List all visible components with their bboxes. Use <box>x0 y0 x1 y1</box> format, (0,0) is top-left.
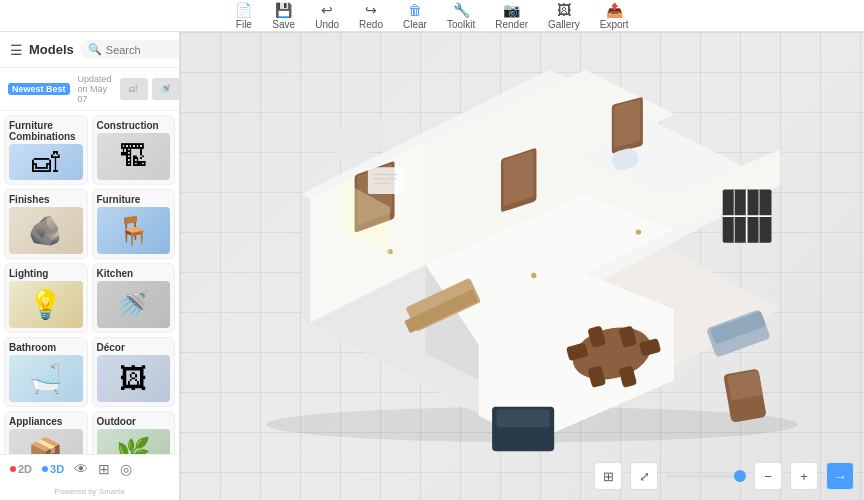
cat-label-kitchen: Kitchen <box>97 268 134 279</box>
fullscreen-btn[interactable]: ⤢ <box>630 462 658 490</box>
zoom-in-btn[interactable]: + <box>790 462 818 490</box>
toolbar-file[interactable]: 📄File <box>235 2 252 30</box>
menu-icon[interactable]: ☰ <box>10 42 23 58</box>
cat-label-finishes: Finishes <box>9 194 50 205</box>
featured-subtitle: Updated on May 07 <box>78 74 112 104</box>
eye-icon[interactable]: 👁 <box>74 461 88 477</box>
view-2d-btn[interactable]: 2D <box>10 463 32 475</box>
sidebar-header: ☰ Models 🔍 📷 <box>0 32 179 68</box>
zoom-out-btn[interactable]: − <box>754 462 782 490</box>
toolbar-clear[interactable]: 🗑Clear <box>403 2 427 30</box>
clear-icon: 🗑 <box>408 2 422 18</box>
search-icon: 🔍 <box>88 43 102 56</box>
category-bathroom[interactable]: Bathroom 🛁 <box>4 337 88 407</box>
cat-img-construction: 🏗 <box>97 133 171 180</box>
featured-thumbs: 🛋 🚿 🪑 <box>120 78 180 100</box>
2d-dot <box>10 466 16 472</box>
cat-label-appliances: Appliances <box>9 416 62 427</box>
featured-badge: Newest Best <box>8 83 70 95</box>
thumb-2: 🚿 <box>152 78 180 100</box>
category-decor[interactable]: Décor 🖼 <box>92 337 176 407</box>
sidebar-title: Models <box>29 42 74 57</box>
bottom-right-controls: ⊞ ⤢ − + → <box>594 462 854 490</box>
toolbar-gallery[interactable]: 🖼Gallery <box>548 2 580 30</box>
view-3d-label: 3D <box>50 463 64 475</box>
thumb-1: 🛋 <box>120 78 148 100</box>
category-outdoor[interactable]: Outdoor 🌿 <box>92 411 176 454</box>
zoom-slider[interactable] <box>666 474 746 478</box>
file-icon: 📄 <box>235 2 252 18</box>
cat-img-finishes: 🪨 <box>9 207 83 254</box>
cat-label-bathroom: Bathroom <box>9 342 56 353</box>
category-furniture-combinations[interactable]: Furniture Combinations 🛋 <box>4 115 88 185</box>
category-construction[interactable]: Construction 🏗 <box>92 115 176 185</box>
toolkit-icon: 🔧 <box>453 2 470 18</box>
toolbar-render[interactable]: 📷Render <box>495 2 528 30</box>
cat-img-lighting: 💡 <box>9 281 83 328</box>
cat-label-construction: Construction <box>97 120 159 131</box>
toolbar-toolkit[interactable]: 🔧Toolkit <box>447 2 475 30</box>
view-2d-label: 2D <box>18 463 32 475</box>
svg-rect-42 <box>368 167 403 194</box>
category-lighting[interactable]: Lighting 💡 <box>4 263 88 333</box>
toolbar-undo[interactable]: ↩Undo <box>315 2 339 30</box>
export-icon: 📤 <box>606 2 623 18</box>
cat-label-furniture-combinations: Furniture Combinations <box>9 120 83 142</box>
toolbar-save[interactable]: 💾Save <box>272 2 295 30</box>
render-icon: 📷 <box>503 2 520 18</box>
cat-label-lighting: Lighting <box>9 268 48 279</box>
3d-dot <box>42 466 48 472</box>
category-finishes[interactable]: Finishes 🪨 <box>4 189 88 259</box>
categories-grid: Furniture Combinations 🛋 Construction 🏗 … <box>0 111 179 454</box>
category-appliances[interactable]: Appliances 📦 <box>4 411 88 454</box>
floorplan <box>210 52 854 460</box>
featured-info: Updated on May 07 <box>78 74 112 104</box>
svg-point-29 <box>531 273 536 278</box>
sidebar: ☰ Models 🔍 📷 Newest Best Updated on May … <box>0 32 180 500</box>
compass-icon[interactable]: ◎ <box>120 461 132 477</box>
cat-img-furniture: 🪑 <box>97 207 171 254</box>
view-controls: 2D 3D 👁 ⊞ ◎ <box>0 454 179 483</box>
svg-rect-28 <box>504 150 534 206</box>
toolbar: 📄File💾Save↩Undo↪Redo🗑Clear🔧Toolkit📷Rende… <box>0 0 864 32</box>
svg-rect-40 <box>497 409 550 427</box>
category-kitchen[interactable]: Kitchen 🚿 <box>92 263 176 333</box>
zoom-thumb <box>734 470 746 482</box>
cat-img-decor: 🖼 <box>97 355 171 402</box>
undo-icon: ↩ <box>321 2 333 18</box>
svg-rect-37 <box>337 118 381 161</box>
save-icon: 💾 <box>275 2 292 18</box>
layers-icon[interactable]: ⊞ <box>98 461 110 477</box>
main-area: ☰ Models 🔍 📷 Newest Best Updated on May … <box>0 32 864 500</box>
category-furniture[interactable]: Furniture 🪑 <box>92 189 176 259</box>
search-input[interactable] <box>106 44 176 56</box>
view-3d-btn[interactable]: 3D <box>42 463 64 475</box>
footer-text: Powered by Smarta <box>54 487 124 496</box>
gallery-icon: 🖼 <box>557 2 571 18</box>
cat-img-outdoor: 🌿 <box>97 429 171 454</box>
canvas-area[interactable]: ⊞ ⤢ − + → <box>180 32 864 500</box>
cat-label-furniture: Furniture <box>97 194 141 205</box>
layout-btn[interactable]: ⊞ <box>594 462 622 490</box>
cat-label-decor: Décor <box>97 342 125 353</box>
cat-label-outdoor: Outdoor <box>97 416 136 427</box>
svg-point-32 <box>636 229 641 234</box>
toolbar-export[interactable]: 📤Export <box>600 2 629 30</box>
search-bar: 🔍 <box>80 40 180 59</box>
svg-rect-31 <box>614 99 640 148</box>
cat-img-bathroom: 🛁 <box>9 355 83 402</box>
cat-img-kitchen: 🚿 <box>97 281 171 328</box>
cat-img-appliances: 📦 <box>9 429 83 454</box>
extra-btn[interactable]: → <box>826 462 854 490</box>
cat-img-furniture-combinations: 🛋 <box>9 144 83 180</box>
sidebar-footer: Powered by Smarta <box>0 483 179 500</box>
redo-icon: ↪ <box>365 2 377 18</box>
toolbar-redo[interactable]: ↪Redo <box>359 2 383 30</box>
featured-banner[interactable]: Newest Best Updated on May 07 🛋 🚿 🪑 <box>0 68 179 111</box>
